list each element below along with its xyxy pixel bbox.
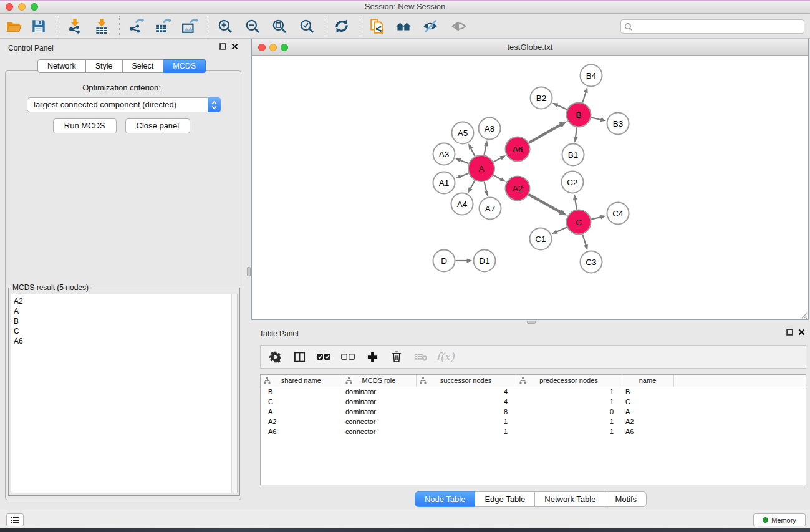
graph-edge-B-B3[interactable] [591,117,602,120]
table-cell[interactable]: B [261,387,342,397]
tab-style[interactable]: Style [86,59,123,73]
task-history-button[interactable] [6,513,24,526]
graph-node-D[interactable]: D [433,250,455,272]
add-column-icon[interactable] [365,350,379,364]
table-cell[interactable]: 1 [516,387,622,397]
table-cell[interactable]: dominator [342,407,416,417]
graph-edge-A-A1[interactable] [460,173,469,177]
graph-edge-C-C3[interactable] [582,235,586,246]
run-mcds-button[interactable]: Run MCDS [53,118,117,133]
tab-edge-table[interactable]: Edge Table [475,491,535,507]
table-row[interactable]: A6connector11A6 [261,427,806,437]
table-cell[interactable] [673,427,806,437]
mcds-result-item[interactable]: A6 [14,336,237,346]
network-window-titlebar[interactable]: testGlobe.txt [252,39,808,56]
table-cell[interactable]: A2 [622,417,673,427]
table-cell[interactable]: 1 [416,427,516,437]
desktop-horizontal-scrollbar-thumb[interactable] [527,321,536,324]
table-cell[interactable]: 1 [516,397,622,407]
import-table-icon[interactable] [93,17,110,35]
export-table-icon[interactable] [154,17,171,35]
tab-select[interactable]: Select [123,59,164,73]
select-all-columns-icon[interactable] [317,350,330,364]
table-cell[interactable] [673,407,806,417]
tab-node-table[interactable]: Node Table [415,491,476,507]
table-cell[interactable]: 8 [416,407,516,417]
graph-node-B[interactable]: B [567,103,591,127]
toggle-column-view-icon[interactable] [292,350,306,364]
table-cell[interactable]: A6 [622,427,673,437]
table-cell[interactable]: 1 [516,417,622,427]
table-cell[interactable]: C [261,397,342,407]
table-cell[interactable]: dominator [342,387,416,397]
tab-motifs[interactable]: Motifs [605,491,647,507]
graph-edge-A-A5[interactable] [470,147,475,156]
close-panel-button[interactable]: Close panel [125,118,191,133]
graph-edge-A-A7[interactable] [485,181,487,192]
export-image-icon[interactable] [181,17,198,35]
close-panel-icon[interactable] [231,43,238,50]
mcds-result-item[interactable]: C [14,326,237,336]
zoom-in-icon[interactable] [216,17,234,35]
graph-node-A4[interactable]: A4 [451,193,473,215]
graph-node-C2[interactable]: C2 [562,172,584,193]
table-row[interactable]: Bdominator41B [261,387,806,397]
graph-node-C4[interactable]: C4 [607,203,629,225]
graph-node-A6[interactable]: A6 [506,137,530,162]
settings-icon[interactable] [268,350,282,364]
table-cell[interactable]: dominator [342,397,416,407]
memory-button[interactable]: Memory [753,513,806,526]
close-table-panel-icon[interactable] [798,329,805,336]
graph-node-B1[interactable]: B1 [562,144,584,166]
function-builder-icon[interactable]: f(x) [438,350,452,364]
table-cell[interactable]: A [261,407,342,417]
table-row[interactable]: Cdominator41C [261,397,806,407]
deselect-all-columns-icon[interactable] [341,350,355,364]
graph-edge-A-A3[interactable] [460,160,469,163]
table-cell[interactable]: B [622,387,673,397]
graph-node-C[interactable]: C [567,210,591,235]
graph-node-A1[interactable]: A1 [433,172,455,194]
optimization-criterion-select[interactable]: largest connected component (directed) [27,97,221,112]
show-all-networks-icon[interactable] [395,17,412,35]
tab-mcds[interactable]: MCDS [163,59,206,73]
column-header-predecessor-nodes[interactable]: predecessor nodes [516,375,622,387]
graph-edge-B-B4[interactable] [582,91,586,102]
open-session-icon[interactable] [5,17,22,35]
zoom-out-icon[interactable] [244,17,261,35]
column-header-MCDS-role[interactable]: MCDS role [342,375,416,387]
table-cell[interactable]: 1 [416,417,516,427]
graph-edge-C-C4[interactable] [591,217,602,220]
import-network-icon[interactable] [66,17,84,35]
table-cell[interactable]: connector [342,417,416,427]
table-cell[interactable]: A6 [261,427,342,437]
graph-node-B3[interactable]: B3 [607,113,629,135]
table-cell[interactable]: 4 [416,387,516,397]
graph-edge-A-A2[interactable] [493,175,502,180]
table-cell[interactable] [673,387,806,397]
copy-network-view-icon[interactable] [369,17,386,35]
float-table-panel-icon[interactable] [786,329,793,336]
graph-edge-A-A6[interactable] [493,157,501,162]
search-input[interactable] [633,21,804,32]
network-canvas[interactable]: B4B2BB3B1A5A8A3A6AA1C2A4A7A2CC4C1C3DD1 [252,56,808,319]
table-cell[interactable]: A2 [261,417,342,427]
column-header-name[interactable]: name [622,375,673,387]
graph-node-C3[interactable]: C3 [581,251,602,273]
desktop-vertical-scrollbar-thumb[interactable] [247,267,251,276]
tab-network[interactable]: Network [37,59,86,73]
graph-node-A3[interactable]: A3 [433,143,455,165]
zoom-selected-icon[interactable] [298,17,316,35]
column-header-successor-nodes[interactable]: successor nodes [416,375,516,387]
table-cell[interactable]: A [622,407,673,417]
graph-node-C1[interactable]: C1 [530,228,552,250]
zoom-fit-icon[interactable] [271,17,288,35]
graph-node-B2[interactable]: B2 [531,87,552,109]
table-cell[interactable]: connector [342,427,416,437]
resize-grip-icon[interactable] [800,311,808,319]
graph-edge-A-A8[interactable] [484,145,486,155]
table-cell[interactable]: 4 [416,397,516,407]
graph-edge-C-C1[interactable] [556,227,567,232]
table-cell[interactable] [673,397,806,407]
graph-node-A7[interactable]: A7 [480,198,501,220]
